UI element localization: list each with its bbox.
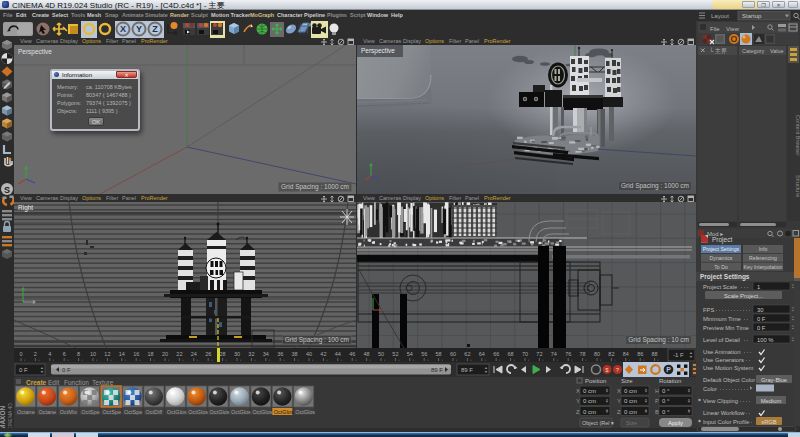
svg-text:Dynamics: Dynamics bbox=[710, 255, 733, 261]
svg-text:Use Animation: Use Animation bbox=[703, 349, 740, 355]
svg-text:FPS: FPS bbox=[703, 307, 714, 313]
svg-text:Linear Workflow: Linear Workflow bbox=[703, 410, 745, 416]
svg-text:0 F: 0 F bbox=[19, 367, 28, 373]
svg-text:2: 2 bbox=[34, 351, 37, 357]
svg-text:22: 22 bbox=[176, 351, 182, 357]
svg-text:OctSpe: OctSpe bbox=[103, 409, 121, 415]
svg-text:Y: Y bbox=[617, 398, 621, 404]
svg-text:30: 30 bbox=[234, 351, 240, 357]
svg-text:Minimum Time: Minimum Time bbox=[703, 316, 741, 322]
svg-text:68: 68 bbox=[508, 351, 514, 357]
svg-text:80: 80 bbox=[594, 351, 600, 357]
svg-text:Texture: Texture bbox=[92, 379, 114, 386]
svg-text:0 cm: 0 cm bbox=[583, 409, 596, 415]
svg-text:Project Settings: Project Settings bbox=[700, 273, 750, 281]
svg-text:OctGlos: OctGlos bbox=[167, 409, 187, 415]
svg-text:View Clipping: View Clipping bbox=[703, 398, 738, 404]
svg-text:OctGlos: OctGlos bbox=[210, 409, 230, 415]
svg-text:OctGlos: OctGlos bbox=[231, 409, 251, 415]
svg-text:0: 0 bbox=[19, 351, 22, 357]
svg-text:OctGlos: OctGlos bbox=[188, 409, 208, 415]
svg-text:Level of Detail: Level of Detail bbox=[703, 337, 740, 343]
svg-text:Project: Project bbox=[712, 236, 732, 244]
svg-text:20: 20 bbox=[162, 351, 168, 357]
svg-text:4: 4 bbox=[48, 351, 51, 357]
svg-text:0 °: 0 ° bbox=[662, 409, 670, 415]
svg-text:Layout: Layout bbox=[711, 13, 729, 19]
svg-text:Default Object Color: Default Object Color bbox=[703, 377, 755, 383]
svg-text:70: 70 bbox=[522, 351, 528, 357]
svg-text:OctGlos: OctGlos bbox=[252, 409, 272, 415]
svg-text:82: 82 bbox=[608, 351, 614, 357]
svg-text:X: X bbox=[617, 388, 621, 394]
svg-text:26: 26 bbox=[205, 351, 211, 357]
svg-text:52: 52 bbox=[392, 351, 398, 357]
svg-text:60: 60 bbox=[450, 351, 456, 357]
svg-text:10: 10 bbox=[90, 351, 96, 357]
svg-text:File: File bbox=[710, 26, 720, 32]
svg-text:8: 8 bbox=[77, 351, 80, 357]
svg-text:58: 58 bbox=[436, 351, 442, 357]
svg-text:0 cm: 0 cm bbox=[583, 388, 596, 394]
svg-text:Project Scale: Project Scale bbox=[703, 284, 737, 290]
svg-text:Color: Color bbox=[703, 386, 717, 392]
svg-text:OctGlos: OctGlos bbox=[274, 409, 294, 415]
svg-text:Preview Min Time: Preview Min Time bbox=[703, 325, 749, 331]
svg-text:View: View bbox=[726, 26, 740, 32]
svg-text:X: X bbox=[576, 388, 580, 394]
svg-text:Create: Create bbox=[26, 379, 47, 386]
svg-text:54: 54 bbox=[407, 351, 413, 357]
svg-text:40: 40 bbox=[306, 351, 312, 357]
svg-text:84: 84 bbox=[623, 351, 629, 357]
svg-text:sRGB: sRGB bbox=[761, 419, 777, 425]
svg-text:Octane: Octane bbox=[38, 409, 56, 415]
svg-text:64: 64 bbox=[479, 351, 485, 357]
svg-text:OctSpe: OctSpe bbox=[124, 409, 142, 415]
svg-text:MAXON: MAXON bbox=[0, 406, 6, 429]
svg-text:50: 50 bbox=[378, 351, 384, 357]
svg-text:Project Settings: Project Settings bbox=[703, 246, 740, 252]
svg-text:0 °: 0 ° bbox=[662, 398, 670, 404]
svg-text:Referencing: Referencing bbox=[749, 255, 777, 261]
svg-text:0 °: 0 ° bbox=[662, 388, 670, 394]
svg-text:Key Interpolation: Key Interpolation bbox=[744, 264, 783, 270]
svg-text:Input Color Profile: Input Color Profile bbox=[703, 419, 749, 425]
svg-text:OctGlos: OctGlos bbox=[295, 409, 315, 415]
svg-text:0 F: 0 F bbox=[757, 325, 766, 331]
svg-text:30: 30 bbox=[757, 307, 763, 313]
svg-text:Gray-Blue: Gray-Blue bbox=[761, 377, 787, 383]
svg-text:88: 88 bbox=[652, 351, 658, 357]
svg-text:100 %: 100 % bbox=[757, 337, 773, 343]
svg-text:Z: Z bbox=[617, 409, 621, 415]
svg-text:32: 32 bbox=[248, 351, 254, 357]
svg-text:Use Motion System: Use Motion System bbox=[703, 365, 753, 371]
svg-text:48: 48 bbox=[364, 351, 370, 357]
svg-text:16: 16 bbox=[133, 351, 139, 357]
svg-text:38: 38 bbox=[292, 351, 298, 357]
svg-text:0 F: 0 F bbox=[62, 367, 71, 373]
svg-text:12: 12 bbox=[104, 351, 110, 357]
svg-text:Perspective: Perspective bbox=[18, 48, 52, 56]
svg-text:44: 44 bbox=[335, 351, 341, 357]
svg-text:X: X bbox=[120, 24, 126, 34]
svg-text:18: 18 bbox=[148, 351, 154, 357]
svg-text:CINEMA 4D: CINEMA 4D bbox=[7, 403, 13, 428]
svg-text:Y: Y bbox=[576, 398, 580, 404]
svg-text:Medium: Medium bbox=[761, 398, 782, 404]
svg-text:Apply: Apply bbox=[668, 420, 683, 426]
svg-text:Info: Info bbox=[759, 246, 768, 252]
svg-text:56: 56 bbox=[421, 351, 427, 357]
svg-text:Z: Z bbox=[152, 24, 158, 34]
svg-text:Category: Category bbox=[742, 48, 765, 54]
svg-text:Size: Size bbox=[621, 378, 633, 384]
svg-text:0 cm: 0 cm bbox=[624, 409, 637, 415]
svg-text:Content Browser: Content Browser bbox=[795, 115, 800, 156]
svg-text:Scale Project...: Scale Project... bbox=[724, 293, 763, 299]
svg-text:14: 14 bbox=[119, 351, 125, 357]
svg-text:Object (Rel ▾: Object (Rel ▾ bbox=[582, 420, 614, 426]
svg-text:Startup: Startup bbox=[742, 13, 762, 19]
svg-text:24: 24 bbox=[191, 351, 197, 357]
svg-text:To Do: To Do bbox=[714, 264, 728, 270]
svg-text:Edit: Edit bbox=[48, 379, 59, 386]
svg-text:28: 28 bbox=[220, 351, 226, 357]
